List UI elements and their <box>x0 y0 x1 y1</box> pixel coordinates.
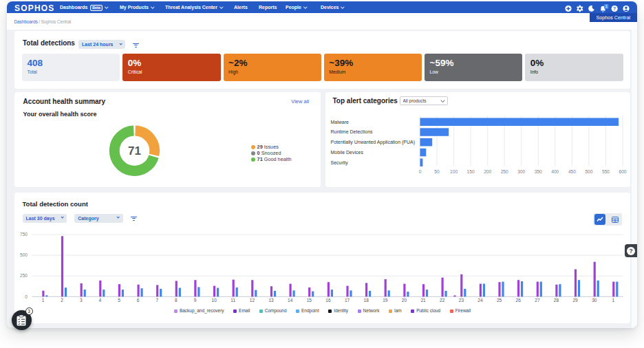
svg-text:71: 71 <box>128 144 141 157</box>
